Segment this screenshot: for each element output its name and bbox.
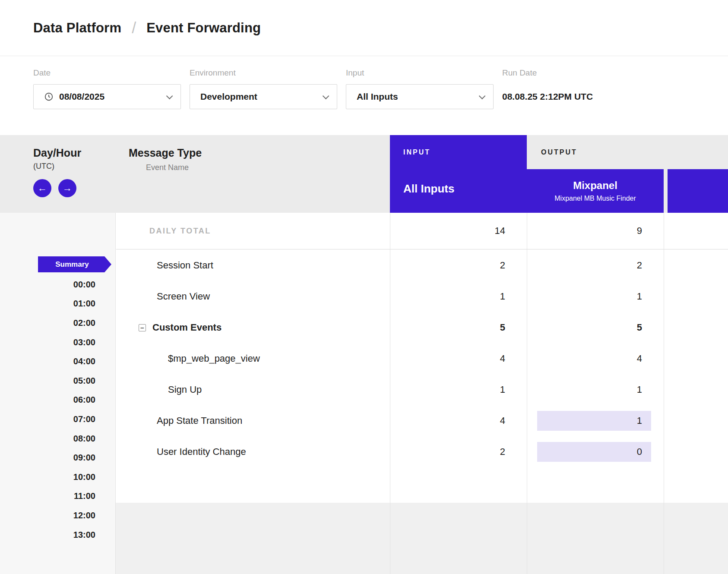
event-name: − Custom Events	[116, 312, 390, 343]
input-dropdown[interactable]: All Inputs	[346, 84, 494, 109]
next-output-spacer	[664, 135, 728, 169]
mixpanel-column-header: Mixpanel Mixpanel MB Music Finder	[527, 169, 664, 213]
date-filter-group: Date 08/08/2025	[33, 68, 181, 135]
input-count: 4	[390, 405, 527, 436]
run-date-value: 08.08.25 2:12PM UTC	[502, 84, 593, 109]
output-count-cell: 0	[527, 436, 664, 467]
daily-total-label: DAILY TOTAL	[116, 213, 390, 249]
input-count: 1	[390, 374, 527, 405]
filter-bar: Date 08/08/2025 Environment Development …	[0, 56, 728, 135]
next-output-column-partial	[664, 135, 728, 213]
page-title: Event Forwarding	[146, 20, 261, 36]
day-hour-subtitle: (UTC)	[33, 162, 116, 171]
hour-item[interactable]: 03:00	[0, 333, 115, 352]
hour-item[interactable]: 01:00	[0, 294, 115, 314]
hours-list: 00:00 01:00 02:00 03:00 04:00 05:00 06:0…	[0, 275, 115, 544]
input-label: Input	[346, 68, 494, 78]
event-name: Sign Up	[116, 374, 390, 405]
environment-filter-group: Environment Development	[190, 68, 337, 135]
event-name: Session Start	[116, 250, 390, 281]
input-count: 2	[390, 436, 527, 467]
output-count: 5	[527, 312, 664, 343]
hour-item[interactable]: 06:00	[0, 391, 115, 410]
table-row: − Custom Events 5 5	[116, 312, 664, 343]
input-column-header: INPUT All Inputs	[390, 135, 527, 213]
input-column-name: All Inputs	[403, 182, 527, 196]
hour-item[interactable]: 07:00	[0, 410, 115, 429]
chevron-down-icon	[479, 92, 486, 99]
table-body: Summary 00:00 01:00 02:00 03:00 04:00 05…	[0, 213, 728, 574]
breadcrumb: Data Platform / Event Forwarding	[0, 0, 728, 56]
day-hour-header: Day/Hour (UTC) ← →	[0, 135, 116, 213]
input-count: 5	[390, 312, 527, 343]
event-name-text: Custom Events	[152, 322, 222, 333]
input-value: All Inputs	[357, 91, 474, 102]
date-value: 08/08/2025	[59, 91, 161, 102]
output-column-name: Mixpanel	[573, 180, 617, 192]
message-type-header: Message Type Event Name	[116, 135, 390, 213]
output-count: 1	[527, 281, 664, 312]
event-name: Screen View	[116, 281, 390, 312]
hour-item[interactable]: 12:00	[0, 506, 115, 525]
daily-total-row: DAILY TOTAL 14 9	[116, 213, 728, 249]
hour-item[interactable]: 10:00	[0, 467, 115, 487]
hour-item[interactable]: 13:00	[0, 525, 115, 545]
date-dropdown[interactable]: 08/08/2025	[33, 84, 181, 109]
collapse-icon[interactable]: −	[139, 324, 146, 331]
hour-item[interactable]: 00:00	[0, 275, 115, 294]
output-count: 1	[527, 374, 664, 405]
previous-day-button[interactable]: ←	[33, 179, 51, 197]
run-date-group: Run Date 08.08.25 2:12PM UTC	[502, 68, 593, 135]
table-row: $mp_web_page_view 4 4	[116, 343, 664, 374]
table-header: Day/Hour (UTC) ← → Message Type Event Na…	[0, 135, 728, 213]
output-count-cell: 1	[527, 405, 664, 436]
hour-item[interactable]: 05:00	[0, 371, 115, 391]
day-navigation: ← →	[33, 179, 116, 197]
event-name-subtitle: Event Name	[146, 163, 390, 172]
input-group-label: INPUT	[403, 148, 527, 156]
arrow-left-icon: ←	[38, 183, 47, 194]
output-count: 2	[527, 250, 664, 281]
arrow-right-icon: →	[63, 183, 72, 194]
day-hour-title: Day/Hour	[33, 147, 116, 159]
table-footer-area	[116, 503, 728, 574]
breadcrumb-separator: /	[132, 19, 136, 37]
highlighted-output-count[interactable]: 0	[537, 442, 651, 462]
summary-badge[interactable]: Summary	[38, 256, 111, 272]
table-row: User Identity Change 2 0	[116, 436, 664, 467]
hour-item[interactable]: 08:00	[0, 429, 115, 448]
breadcrumb-section[interactable]: Data Platform	[33, 20, 121, 36]
environment-label: Environment	[190, 68, 337, 78]
output-column-subtitle: Mixpanel MB Music Finder	[554, 195, 636, 202]
hour-item[interactable]: 09:00	[0, 448, 115, 467]
table-row: App State Transition 4 1	[116, 405, 664, 436]
input-count: 1	[390, 281, 527, 312]
date-label: Date	[33, 68, 181, 78]
table-row: Screen View 1 1	[116, 281, 664, 312]
chevron-down-icon	[166, 92, 173, 99]
message-type-title: Message Type	[129, 147, 390, 159]
highlighted-output-count[interactable]: 1	[537, 411, 651, 431]
hour-item[interactable]: 11:00	[0, 487, 115, 506]
clock-icon	[44, 92, 54, 101]
daily-total-output-value: 9	[527, 213, 664, 249]
next-day-button[interactable]: →	[58, 179, 76, 197]
event-name: App State Transition	[116, 405, 390, 436]
run-date-label: Run Date	[502, 68, 593, 78]
table-row: Sign Up 1 1	[116, 374, 664, 405]
table-row: Session Start 2 2	[116, 250, 664, 281]
input-count: 2	[390, 250, 527, 281]
hour-rail: Summary 00:00 01:00 02:00 03:00 04:00 05…	[0, 213, 116, 574]
daily-total-input-value: 14	[390, 213, 527, 249]
hour-item[interactable]: 04:00	[0, 352, 115, 371]
next-output-header-block	[668, 169, 728, 213]
input-filter-group: Input All Inputs	[346, 68, 494, 135]
environment-dropdown[interactable]: Development	[190, 84, 337, 109]
input-count: 4	[390, 343, 527, 374]
output-group-label: OUTPUT	[527, 135, 664, 169]
hour-item[interactable]: 02:00	[0, 313, 115, 333]
chevron-down-icon	[323, 92, 329, 99]
environment-value: Development	[200, 91, 317, 102]
output-count: 4	[527, 343, 664, 374]
event-name: $mp_web_page_view	[116, 343, 390, 374]
